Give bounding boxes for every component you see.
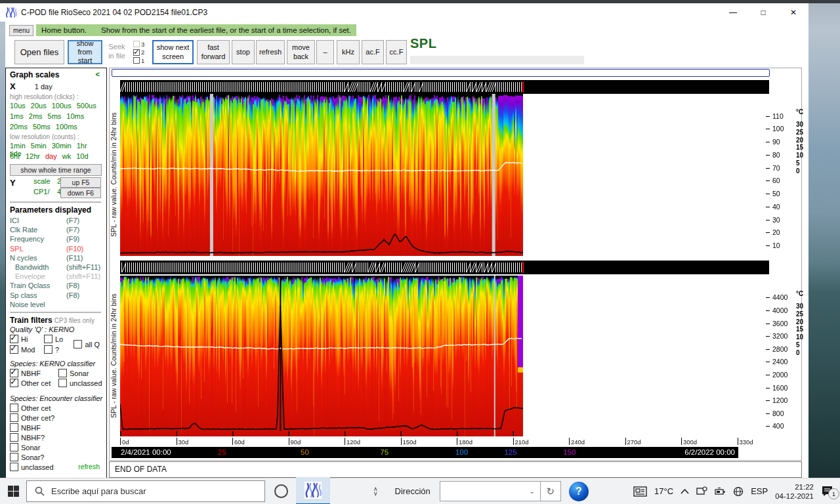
checkbox-icon[interactable] — [133, 57, 140, 64]
maximize-button[interactable]: □ — [748, 3, 778, 22]
checkbox-icon[interactable] — [133, 41, 140, 47]
y-up-button[interactable]: up F5 — [60, 177, 101, 188]
filter-?[interactable]: ? — [44, 345, 59, 354]
scale-option-1ms[interactable]: 1ms — [10, 112, 24, 120]
param-frequency[interactable]: Frequency(F9) — [10, 234, 106, 243]
scale-option-2ms[interactable]: 2ms — [29, 112, 43, 120]
chevron-up-icon[interactable] — [681, 489, 689, 494]
scale-option-20us[interactable]: 20us — [31, 102, 47, 110]
address-combobox[interactable]: ⌄ — [440, 481, 541, 501]
scale-option-12hr[interactable]: 12hr — [26, 152, 40, 160]
battery-icon[interactable] — [715, 488, 726, 495]
param-noise-level[interactable]: Noise level — [10, 300, 106, 309]
scale-option-1hr[interactable]: 1hr — [77, 142, 87, 150]
fast-forward-button[interactable]: fast forward — [197, 40, 230, 64]
khz-button[interactable]: kHz — [337, 40, 360, 64]
ccf-button[interactable]: cc.F — [386, 40, 407, 64]
filter-other-cet[interactable]: Other cet — [10, 379, 58, 387]
checkbox-icon[interactable] — [44, 335, 52, 343]
scale-option-100us[interactable]: 100us — [52, 102, 72, 110]
scale-option-10d[interactable]: 10d — [76, 152, 88, 160]
refresh-filters-link[interactable]: refresh — [78, 463, 100, 471]
screen-count-option[interactable]: 2 — [133, 49, 144, 56]
param-spl[interactable]: SPL(F10) — [10, 244, 106, 253]
param-ici[interactable]: ICI(F7) — [10, 216, 106, 225]
filter-enc-unclassed[interactable]: unclassed — [10, 463, 54, 471]
close-button[interactable]: ✕ — [778, 3, 808, 22]
checkbox-icon[interactable] — [10, 453, 18, 461]
scale-option-5ms[interactable]: 5ms — [48, 112, 62, 120]
filter-all-q[interactable]: all Q — [74, 340, 100, 348]
checkbox-icon[interactable] — [10, 335, 18, 343]
filter-sonar[interactable]: Sonar — [58, 369, 89, 377]
toolbar-scroll-chevrons[interactable]: ∧∨ — [373, 487, 378, 496]
refresh-button[interactable]: refresh — [256, 40, 285, 64]
scale-option-6hr[interactable]: 6hr — [10, 152, 20, 160]
scale-option-100ms[interactable]: 100ms — [56, 123, 77, 131]
notification-center-button[interactable]: 1 — [821, 486, 833, 497]
filter-enc-other-cet-[interactable]: Other cet? — [10, 414, 54, 422]
checkbox-icon[interactable] — [10, 463, 18, 471]
screen-count-option[interactable]: 1 — [133, 56, 144, 64]
scale-option-50ms[interactable]: 50ms — [33, 123, 51, 131]
acf-button[interactable]: ac.F — [362, 40, 384, 64]
address-go-button[interactable]: ↻ — [541, 481, 561, 501]
param-train-qclass[interactable]: Train Qclass(F8) — [10, 281, 106, 290]
checkbox-icon[interactable] — [133, 49, 140, 56]
move-back-button[interactable]: move back — [287, 40, 315, 64]
checkbox-icon[interactable] — [10, 345, 18, 354]
show-from-start-button[interactable]: show from start — [68, 40, 102, 64]
filter-unclassed[interactable]: unclassed — [58, 379, 102, 387]
checkbox-icon[interactable] — [10, 443, 18, 452]
checkbox-icon[interactable] — [10, 433, 18, 442]
tray-clock[interactable]: 21:22 04-12-2021 — [775, 482, 814, 501]
checkbox-icon[interactable] — [74, 340, 82, 348]
checkbox-icon[interactable] — [10, 404, 18, 412]
checkbox-icon[interactable] — [10, 413, 18, 422]
param-n-cycles[interactable]: N cycles(F11) — [10, 253, 106, 262]
stop-button[interactable]: stop — [232, 40, 255, 64]
scale-option-10ms[interactable]: 10ms — [66, 112, 84, 120]
menu-button[interactable]: menu — [9, 25, 33, 36]
open-files-button[interactable]: Open files — [14, 40, 64, 64]
checkbox-icon[interactable] — [44, 345, 52, 354]
tray-language[interactable]: ESP — [751, 486, 768, 496]
scale-option-500us[interactable]: 500us — [77, 102, 96, 110]
collapse-sidebar-button[interactable]: < — [96, 70, 100, 81]
param-sp-class[interactable]: Sp class(F8) — [10, 291, 106, 300]
filter-enc-sonar-[interactable]: Sonar? — [10, 453, 44, 461]
taskbar-cpod-app-button[interactable] — [296, 477, 330, 504]
tray-temperature[interactable]: 17°C — [654, 486, 673, 496]
teams-tray-icon[interactable] — [696, 486, 707, 496]
filter-enc-sonar[interactable]: Sonar — [10, 444, 40, 452]
taskbar-search-input[interactable]: Escribe aquí para buscar — [26, 480, 265, 502]
network-globe-icon[interactable] — [733, 486, 744, 497]
show-next-screen-button[interactable]: show next screen — [152, 40, 194, 64]
filter-mod[interactable]: Mod — [10, 345, 35, 354]
scale-option-10us[interactable]: 10us — [10, 102, 26, 110]
start-button[interactable] — [0, 486, 26, 497]
news-widget-icon[interactable] — [633, 486, 647, 497]
param-bandwidth[interactable]: Bandwidth(shift+F11) — [10, 262, 106, 272]
y-down-button[interactable]: down F6 — [60, 188, 101, 198]
filter-lo[interactable]: Lo — [44, 335, 63, 343]
scale-option-day[interactable]: day — [45, 152, 57, 160]
checkbox-icon[interactable] — [58, 379, 67, 387]
minimize-button[interactable]: — — [718, 3, 748, 22]
scale-option-1min[interactable]: 1min — [10, 142, 26, 150]
minus-button[interactable]: – — [316, 40, 334, 64]
checkbox-icon[interactable] — [10, 423, 18, 432]
param-envelope[interactable]: Envelope(shift+F11) — [10, 272, 106, 281]
scale-option-wk[interactable]: wk — [62, 152, 71, 160]
checkbox-icon[interactable] — [10, 379, 18, 387]
scale-option-5min[interactable]: 5min — [31, 142, 47, 150]
help-icon[interactable]: ? — [569, 482, 589, 501]
scale-option-20ms[interactable]: 20ms — [10, 123, 28, 131]
filter-enc-nbhf[interactable]: NBHF — [10, 424, 41, 432]
scale-option-30min[interactable]: 30min — [52, 142, 72, 150]
show-whole-time-range-button[interactable]: show whole time range — [10, 164, 102, 176]
param-clk-rate[interactable]: Clk Rate(F7) — [10, 225, 106, 234]
filter-enc-nbhf-[interactable]: NBHF? — [10, 434, 45, 442]
filter-enc-other-cet[interactable]: Other cet — [10, 404, 51, 412]
cortana-button[interactable] — [274, 484, 288, 498]
